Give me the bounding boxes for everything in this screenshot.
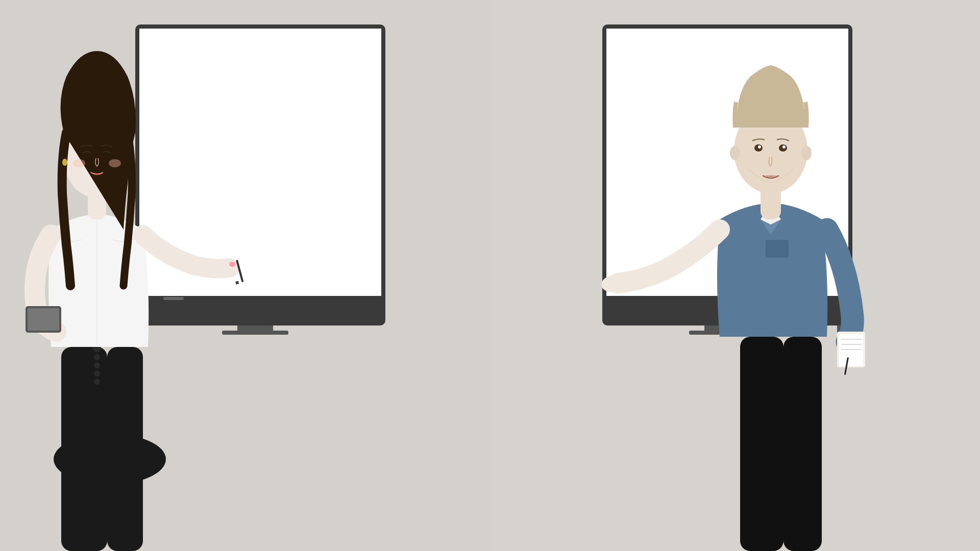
left-scene: AMS 🕐 Recently used Cloud Service [0,0,490,551]
left-arianna-personal-drive[interactable]: Arianna's Drive [234,141,381,186]
svg-point-75 [725,160,730,165]
right-ams-logo-icon [612,37,629,53]
left-monitor-port2 [279,303,294,306]
left-cloud-service-label: Cloud Service [139,79,234,92]
svg-rect-16 [145,164,156,166]
right-dropbox-label: Dropbox [628,119,653,127]
left-arianna-personal-label: Arianna's Drive [279,158,340,169]
svg-rect-0 [149,40,158,49]
right-roger-personal-label: Roger's Drive [745,159,800,169]
svg-rect-13 [145,144,156,146]
left-arianna-cloud-label: Ms. Arianna's Drive [278,70,357,81]
left-monitor-port [227,303,242,306]
right-network-device-icon [612,138,623,148]
left-recently-used[interactable]: 🕐 Recently used [139,60,234,79]
left-content-list: Ms. Arianna's Drive Class 203 [234,54,381,294]
right-monitor-speaker [712,302,743,306]
svg-point-26 [259,159,264,164]
right-network-device-label: Network Device [628,139,674,147]
right-monitor-port2 [746,303,761,306]
right-usb-item[interactable]: ⬛ USB [606,173,701,185]
right-roger-cloud-drive[interactable]: Mr. Roger's Drive [701,54,848,97]
right-google-drive-label: Google Drive [628,98,667,106]
left-local-device-item[interactable]: Local Device [139,153,234,173]
left-local-device-label: Local Device [161,160,199,167]
svg-rect-15 [146,159,155,164]
right-person-blue-icon [711,151,738,177]
left-dropbox-item[interactable]: Dropbox [139,112,234,133]
right-cloud-service-label: Cloud Service [606,79,701,92]
right-recently-label: Recently used [625,66,667,73]
svg-point-24 [257,114,262,119]
left-monitor: AMS 🕐 Recently used Cloud Service [135,24,385,325]
right-scene: AMS 🕐 Recently used Cloud Service [490,0,980,551]
svg-rect-64 [614,139,622,144]
svg-point-73 [725,115,730,120]
left-sidebar: AMS 🕐 Recently used Cloud Service [139,29,234,294]
right-class-306[interactable]: Class 306 [701,97,848,142]
dropbox-icon [145,117,156,128]
network-device-icon [145,138,156,148]
svg-rect-53 [616,40,625,49]
right-monitor-bottom [606,294,848,314]
right-sidebar-header: AMS [606,29,701,60]
left-drive-gray-icon [244,62,271,89]
left-class-203[interactable]: Class 203 [234,97,381,141]
left-home-button[interactable] [242,32,261,51]
right-usb-label: USB [623,176,635,182]
right-usb-icon: ⬛ [612,176,620,183]
right-local-device-icon [612,158,623,168]
left-dropbox-label: Dropbox [161,119,186,127]
left-internal-label: Internal [161,180,183,188]
right-network-device-item[interactable]: Network Device [606,133,701,153]
svg-point-72 [720,115,725,120]
right-local-device-label: Local Device [628,160,666,167]
left-content-area: Ms. Arianna's Drive Class 203 [234,29,381,294]
left-network-device-item[interactable]: Network Device [139,133,234,153]
google-drive-icon [145,97,156,107]
left-class-green-icon [244,106,271,132]
right-content-header [701,29,848,54]
left-sidebar-header: AMS [139,29,234,60]
right-class-306-label: Class 306 [746,115,787,126]
right-dropbox-icon [612,117,623,128]
left-google-drive-label: Google Drive [161,98,200,106]
right-app-title: AMS [633,39,655,51]
internal-icon [145,179,156,189]
right-content-list: Mr. Roger's Drive Class 306 [701,54,848,294]
left-arianna-cloud-drive[interactable]: Ms. Arianna's Drive [234,54,381,97]
right-monitor: AMS 🕐 Recently used Cloud Service [602,24,852,325]
left-monitor-bottom [139,294,381,314]
right-monitor-port [694,303,709,306]
svg-point-25 [253,157,259,163]
svg-marker-6 [149,97,152,101]
right-home-button[interactable] [709,32,728,51]
svg-rect-19 [147,184,150,185]
svg-rect-54 [617,45,619,47]
right-recently-used[interactable]: 🕐 Recently used [606,60,701,79]
local-device-icon [145,158,156,168]
left-person-blue-icon [245,150,272,177]
right-clock-icon: 🕐 [612,65,621,73]
left-google-drive-item[interactable]: Google Drive [139,92,234,112]
left-content-header [234,29,381,54]
right-class-green-icon [712,107,739,133]
ams-logo-icon [145,37,162,53]
svg-marker-58 [616,97,619,101]
svg-rect-14 [150,146,152,147]
svg-point-74 [719,158,725,164]
left-screen: AMS 🕐 Recently used Cloud Service [139,29,381,294]
svg-rect-68 [612,164,623,166]
right-google-drive-item[interactable]: Google Drive [606,92,701,112]
right-content-area: Mr. Roger's Drive Class 306 [701,29,848,294]
right-local-device-item[interactable]: Local Device [606,153,701,173]
left-internal-item[interactable]: Internal [139,173,234,194]
svg-rect-12 [146,139,155,144]
right-screen: AMS 🕐 Recently used Cloud Service [606,29,848,294]
left-monitor-speaker [245,302,276,306]
right-sidebar: AMS 🕐 Recently used Cloud Service [606,29,701,294]
right-roger-personal-drive[interactable]: Roger's Drive [701,142,848,186]
svg-rect-65 [612,144,623,146]
right-dropbox-item[interactable]: Dropbox [606,112,701,133]
left-class-203-label: Class 203 [278,114,318,124]
